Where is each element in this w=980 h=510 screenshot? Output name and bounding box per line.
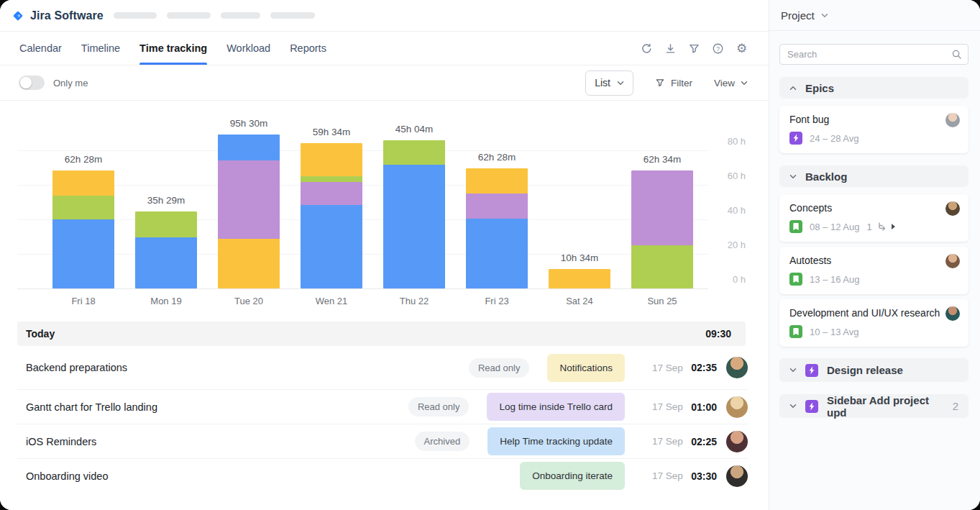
x-axis-label: Tue 20 [206,296,291,306]
tab-reports[interactable]: Reports [290,32,326,65]
header-icon-group: ? ⚙ [641,42,748,55]
task-time: 02:25 [684,436,717,447]
section-header-design-release[interactable]: Design release [779,358,968,382]
card-meta: 13 – 16 Aug [789,273,960,286]
filter-icon[interactable] [688,42,700,55]
card-title: Concepts [789,202,960,214]
bar-column: 62h 28mFri 18 [52,101,114,309]
bar-segment-blue [383,165,445,288]
today-group-header: Today 09:30 [17,322,746,346]
tab-workload[interactable]: Workload [226,32,270,65]
filter-label: Filter [671,78,692,88]
avatar [945,254,960,268]
help-icon[interactable]: ? [712,42,724,55]
download-icon[interactable] [664,42,677,55]
status-badge: Archived [415,432,470,451]
task-name: Onboarding video [17,470,520,482]
project-sidebar: Project Epics Font bug 24 – 28 Avg [769,0,980,510]
bar-segment-yellow [549,269,610,288]
story-bookmark-icon [789,220,802,233]
task-date: 17 Sep [652,470,684,481]
avatar [945,113,960,127]
bar-segment-green [631,245,693,288]
avatar [726,357,748,378]
bar-column: 35h 29mMon 19 [135,101,197,309]
bar-stack [631,170,693,288]
story-bookmark-icon [789,273,802,286]
time-tracking-chart: 80 h 60 h 40 h 20 h 0 h 62h 28mFri 1835h… [0,101,769,309]
task-tag[interactable]: Onboarding iterate [520,462,625,490]
card-title: Font bug [789,114,960,125]
backlog-card-autotests[interactable]: Autotests 13 – 16 Aug [779,247,968,294]
chevron-down-icon [789,404,797,409]
task-date: 17 Sep [652,363,684,373]
tab-calendar[interactable]: Calendar [19,32,62,65]
bar-total-label: 59h 34m [285,127,378,137]
bar-total-label: 62h 34m [615,154,709,165]
bar-segment-yellow [466,168,528,193]
y-axis-tick: 20 h [702,240,746,250]
card-dates: 24 – 28 Avg [810,133,858,144]
backlog-card-concepts[interactable]: Concepts 08 – 12 Aug 1 [779,194,968,242]
only-me-toggle[interactable] [19,76,45,90]
bar-segment-blue [466,219,528,288]
bar-segment-green [52,196,114,219]
avatar [945,306,960,321]
chevron-down-icon [789,174,797,179]
tab-label: Timeline [81,42,120,54]
search-input[interactable] [779,44,968,65]
settings-gear-icon[interactable]: ⚙ [736,42,748,55]
avatar [726,396,748,418]
filter-button[interactable]: Filter [655,78,692,88]
section-title: Backlog [805,170,847,183]
view-mode-dropdown[interactable]: List [585,70,633,96]
project-selector[interactable]: Project [769,0,980,31]
backlog-card-development[interactable]: Development and UI/UX research 10 – 13 A… [779,299,968,347]
card-title: Autotests [789,255,960,266]
view-dropdown[interactable]: View [714,78,748,88]
task-name: Gantt chart for Trello landing [17,401,408,413]
bar-total-label: 95h 30m [202,118,296,129]
y-axis-tick: 80 h [702,136,746,147]
x-axis-label: Sat 24 [537,296,622,306]
expand-caret-icon[interactable] [892,224,895,229]
epic-lightning-icon [805,400,818,413]
section-header-epics[interactable]: Epics [779,77,968,99]
chevron-down-icon [821,13,828,18]
toggle-knob [20,77,32,88]
task-tag[interactable]: Log time inside Trello card [487,393,625,421]
epic-card-font-bug[interactable]: Font bug 24 – 28 Avg [779,106,968,153]
task-row[interactable]: Onboarding video Onboarding iterate 17 S… [17,459,748,493]
task-row[interactable]: Gantt chart for Trello landing Read only… [17,390,748,424]
funnel-icon [655,78,665,88]
x-axis-label: Fri 18 [41,296,126,306]
avatar [726,431,748,452]
tab-time-tracking[interactable]: Time tracking [139,32,207,65]
task-time: 03:30 [684,470,717,482]
task-name: iOS Reminders [17,436,415,447]
y-axis-tick: 0 h [702,274,746,285]
subtask-count: 1 [866,222,871,232]
section-header-sidebar-add-project[interactable]: Sidebar Add project upd 2 [779,394,968,418]
card-dates: 10 – 13 Avg [810,327,858,337]
bar-segment-blue [218,135,280,160]
chevron-down-icon [789,368,797,373]
section-header-backlog[interactable]: Backlog [779,165,968,187]
card-meta: 08 – 12 Aug 1 [789,220,960,233]
refresh-icon[interactable] [641,42,653,55]
task-row[interactable]: iOS Reminders Archived Help Time trackin… [17,424,748,459]
bar-segment-yellow [301,143,362,176]
avatar [945,201,960,216]
tab-label: Workload [226,42,270,54]
status-badge: Read only [469,358,530,378]
task-tag[interactable]: Notifications [547,354,625,382]
task-tag[interactable]: Help Time tracking update [487,427,625,455]
card-dates: 08 – 12 Aug [810,222,859,232]
tab-label: Reports [290,42,326,54]
tab-timeline[interactable]: Timeline [81,32,120,65]
task-row[interactable]: Backend preparations Read only Notificat… [17,346,748,390]
jira-diamond-icon [12,9,24,22]
today-label: Today [26,328,55,340]
chevron-down-icon [617,81,624,86]
task-time: 02:35 [684,362,717,373]
